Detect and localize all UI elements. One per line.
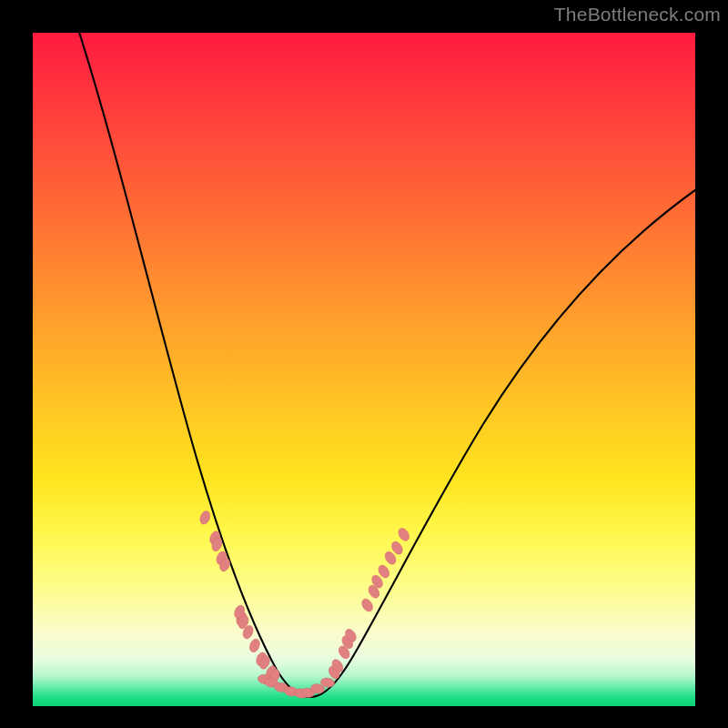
data-marker: [396, 526, 410, 542]
plot-area: [33, 33, 695, 706]
data-marker: [359, 597, 374, 613]
bottleneck-curve: [76, 33, 695, 697]
data-marker: [198, 510, 212, 526]
chart-svg: [33, 33, 695, 706]
data-marker: [248, 638, 261, 654]
marker-group: [198, 510, 411, 699]
watermark-text: TheBottleneck.com: [554, 4, 721, 25]
outer-frame: TheBottleneck.com: [0, 0, 728, 728]
